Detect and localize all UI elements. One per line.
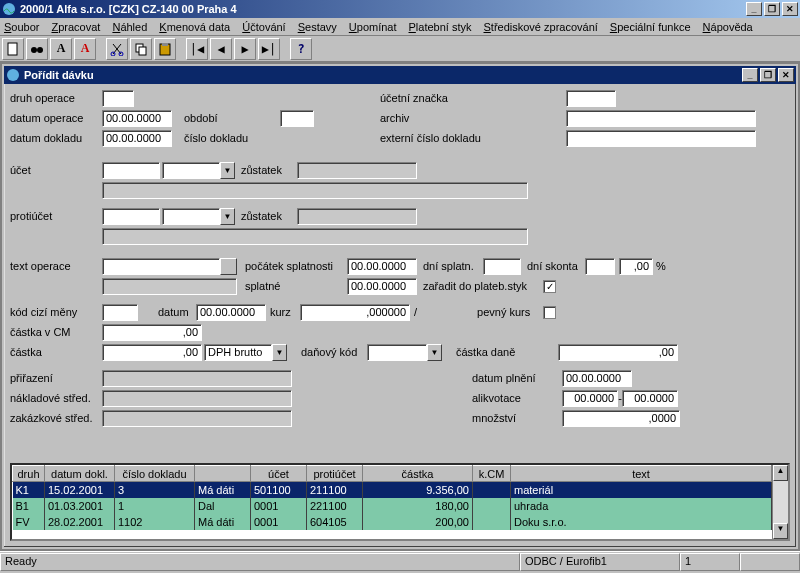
main-titlebar: 2000/1 Alfa s.r.o. [CZK] CZ-140 00 Praha… [0, 0, 800, 18]
col-druh[interactable]: druh [13, 466, 45, 482]
col-kcm[interactable]: k.CM [473, 466, 511, 482]
table-row[interactable]: B101.03.20011Dal0001221100180,00uhrada [13, 498, 772, 514]
label-castka-dane: částka daně [456, 346, 528, 358]
grid-scrollbar[interactable]: ▲ ▼ [772, 465, 788, 539]
ucet-dropdown[interactable]: ▼ [220, 162, 235, 179]
castka-input[interactable] [102, 344, 202, 361]
mnozstvi-input[interactable] [562, 410, 680, 427]
help-icon[interactable]: ? [290, 38, 312, 60]
svg-point-3 [37, 47, 43, 53]
col-castka[interactable]: částka [363, 466, 473, 482]
protiucet-dropdown[interactable]: ▼ [220, 208, 235, 225]
splatne-input[interactable] [347, 278, 417, 295]
datum-plneni-input[interactable] [562, 370, 632, 387]
dni-skonta-input[interactable] [585, 258, 615, 275]
menu-platebni[interactable]: Platební styk [409, 21, 472, 33]
scroll-up-icon[interactable]: ▲ [773, 465, 788, 481]
label-datum-plneni: datum plnění [472, 372, 562, 384]
text-bold-icon[interactable]: A [50, 38, 72, 60]
skonto-pct-input[interactable] [619, 258, 653, 275]
castka-dane-input[interactable] [558, 344, 678, 361]
castka-cm-input[interactable] [102, 324, 202, 341]
col-ucet[interactable]: účet [251, 466, 307, 482]
child-window: Pořídit dávku _ ❐ ✕ druh operace účetní … [2, 64, 798, 549]
pocatek-spl-input[interactable] [347, 258, 417, 275]
child-maximize-button[interactable]: ❐ [760, 68, 776, 82]
zaradit-checkbox[interactable]: ✓ [543, 280, 556, 293]
danovy-kod-dropdown[interactable]: ▼ [427, 344, 442, 361]
menu-nahled[interactable]: Náhled [112, 21, 147, 33]
col-protiucet[interactable]: protiúčet [307, 466, 363, 482]
next-icon[interactable]: ▶ [234, 38, 256, 60]
col-text[interactable]: text [511, 466, 772, 482]
alikv-from-input[interactable] [562, 390, 618, 407]
status-mid: ODBC / Eurofib1 [520, 553, 680, 571]
menu-specialni[interactable]: Speciální funkce [610, 21, 691, 33]
archiv-input[interactable] [566, 110, 756, 127]
first-icon[interactable]: |◀ [186, 38, 208, 60]
table-row[interactable]: FV28.02.20011102Má dáti0001604105200,00D… [13, 514, 772, 530]
label-mnozstvi: množství [472, 412, 562, 424]
status-left: Ready [0, 553, 520, 571]
pevny-kurs-checkbox[interactable] [543, 306, 556, 319]
label-zaradit: zařadit do plateb.styk [423, 280, 543, 292]
kod-meny-input[interactable] [102, 304, 138, 321]
dph-select[interactable] [204, 344, 272, 361]
paste-icon[interactable] [154, 38, 176, 60]
label-archiv: archiv [380, 112, 490, 124]
transactions-grid[interactable]: druh datum dokl. číslo dokladu účet prot… [10, 463, 790, 541]
ucet-sub-input[interactable] [162, 162, 220, 179]
externi-cislo-input[interactable] [566, 130, 756, 147]
col-datum[interactable]: datum dokl. [45, 466, 115, 482]
danovy-kod-input[interactable] [367, 344, 427, 361]
label-zakaz-stred: zakázkové střed. [10, 412, 102, 424]
app-icon [2, 2, 16, 16]
col-cislo[interactable]: číslo dokladu [115, 466, 195, 482]
ucet-name-display [102, 182, 528, 199]
minimize-button[interactable]: _ [746, 2, 762, 16]
text-operace-input[interactable] [102, 258, 220, 275]
ucet-input[interactable] [102, 162, 160, 179]
close-button[interactable]: ✕ [782, 2, 798, 16]
dni-splatn-input[interactable] [483, 258, 521, 275]
dph-dropdown[interactable]: ▼ [272, 344, 287, 361]
form-area: druh operace účetní značka datum operace… [4, 84, 796, 459]
maximize-button[interactable]: ❐ [764, 2, 780, 16]
text-operace-button[interactable] [220, 258, 237, 275]
datum-operace-input[interactable] [102, 110, 172, 127]
menu-kmenova[interactable]: Kmenová data [159, 21, 230, 33]
datum-dokladu-input[interactable] [102, 130, 172, 147]
menu-strediskove[interactable]: Střediskové zpracování [484, 21, 598, 33]
druh-operace-input[interactable] [102, 90, 134, 107]
cut-icon[interactable] [106, 38, 128, 60]
menubar: Soubor Zpracovat Náhled Kmenová data Účt… [0, 18, 800, 36]
obdobi-input[interactable] [280, 110, 314, 127]
protiucet-sub-input[interactable] [162, 208, 220, 225]
menu-uctovani[interactable]: Účtování [242, 21, 285, 33]
menu-napoveda[interactable]: Nápověda [703, 21, 753, 33]
ucetni-znacka-input[interactable] [566, 90, 616, 107]
child-minimize-button[interactable]: _ [742, 68, 758, 82]
last-icon[interactable]: ▶| [258, 38, 280, 60]
datum-meny-input[interactable] [196, 304, 266, 321]
text-operace-display [102, 278, 237, 295]
new-icon[interactable] [2, 38, 24, 60]
binoculars-icon[interactable] [26, 38, 48, 60]
child-close-button[interactable]: ✕ [778, 68, 794, 82]
menu-sestavy[interactable]: Sestavy [298, 21, 337, 33]
kurz-input[interactable] [300, 304, 410, 321]
protiucet-input[interactable] [102, 208, 160, 225]
table-row[interactable]: K115.02.20013Má dáti5011002111009.356,00… [13, 482, 772, 498]
scroll-down-icon[interactable]: ▼ [773, 523, 788, 539]
copy-icon[interactable] [130, 38, 152, 60]
zakaz-stred-display [102, 410, 292, 427]
col-md[interactable] [195, 466, 251, 482]
mdi-area: Pořídit dávku _ ❐ ✕ druh operace účetní … [0, 62, 800, 551]
menu-zpracovat[interactable]: Zpracovat [51, 21, 100, 33]
label-naklad-stred: nákladové střed. [10, 392, 102, 404]
menu-soubor[interactable]: Soubor [4, 21, 39, 33]
menu-upominat[interactable]: Upomínat [349, 21, 397, 33]
alikv-to-input[interactable] [622, 390, 678, 407]
text-color-icon[interactable]: A [74, 38, 96, 60]
prev-icon[interactable]: ◀ [210, 38, 232, 60]
